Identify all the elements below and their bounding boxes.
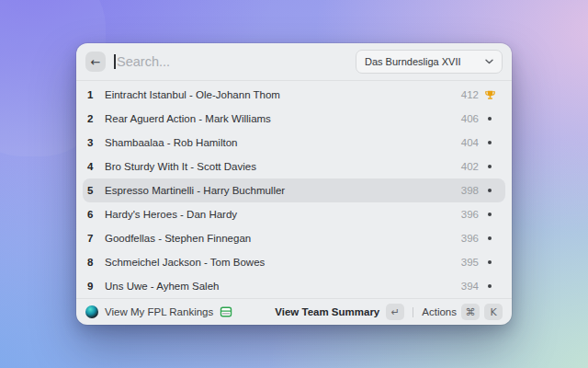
marker-cell	[479, 165, 501, 168]
dot-icon	[488, 284, 492, 288]
footer-divider	[413, 307, 413, 317]
points-value: 396	[446, 233, 479, 244]
footer-bar: View My FPL Rankings View Team Summary ↵…	[76, 298, 512, 325]
rank-number: 3	[87, 137, 97, 148]
team-name: Shambaalaa - Rob Hamilton	[105, 137, 446, 148]
k-key-badge: K	[484, 304, 503, 320]
view-team-summary-button[interactable]: View Team Summary ↵	[275, 304, 404, 320]
points-value: 394	[446, 281, 479, 292]
search-bar: ← Das Burndesliga XVII	[76, 43, 512, 80]
marker-cell	[479, 213, 501, 216]
rank-number: 9	[87, 281, 97, 292]
actions-label: Actions	[422, 306, 457, 317]
trophy-icon	[484, 89, 496, 101]
points-value: 396	[446, 209, 479, 220]
team-name: Rear Aguerd Action - Mark Williams	[105, 113, 446, 124]
marker-cell	[479, 117, 501, 121]
ranking-row[interactable]: 9 Uns Uwe - Ayhem Saleh 394	[83, 274, 505, 298]
rank-number: 8	[87, 257, 97, 268]
ranking-row[interactable]: 2 Rear Aguerd Action - Mark Williams 406	[83, 107, 505, 131]
team-name: Espresso Martinelli - Harry Buchmuller	[105, 185, 446, 196]
marker-cell	[479, 189, 501, 192]
command-source-label: View My FPL Rankings	[105, 306, 213, 317]
league-dropdown-value: Das Burndesliga XVII	[365, 56, 461, 67]
points-value: 412	[446, 89, 479, 100]
team-name: Hardy's Heroes - Dan Hardy	[105, 209, 446, 220]
ranking-row[interactable]: 3 Shambaalaa - Rob Hamilton 404	[83, 131, 505, 155]
team-name: Goodfellas - Stephen Finnegan	[105, 233, 446, 244]
ranking-row[interactable]: 7 Goodfellas - Stephen Finnegan 396	[83, 226, 505, 250]
ranking-row[interactable]: 8 Schmeichel Jackson - Tom Bowes 395	[83, 250, 505, 274]
enter-key-badge: ↵	[386, 304, 404, 320]
actions-button[interactable]: Actions ⌘ K	[422, 304, 503, 320]
search-input[interactable]	[114, 54, 347, 69]
chevron-down-icon	[485, 59, 493, 64]
search-field-wrap	[114, 43, 347, 80]
marker-cell	[479, 236, 501, 240]
marker-cell	[479, 141, 501, 144]
ranking-row[interactable]: 6 Hardy's Heroes - Dan Hardy 396	[83, 202, 505, 226]
cmd-key-badge: ⌘	[461, 304, 480, 320]
team-name: Eintracht Istanbul - Ole-Johann Thom	[105, 89, 446, 100]
team-name: Schmeichel Jackson - Tom Bowes	[105, 257, 446, 268]
league-dropdown[interactable]: Das Burndesliga XVII	[356, 50, 503, 74]
dot-icon	[488, 117, 492, 121]
dot-icon	[488, 213, 492, 216]
rank-number: 4	[87, 161, 97, 172]
command-palette-window: ← Das Burndesliga XVII 1 Eintracht Istan…	[76, 43, 512, 325]
dot-icon	[488, 260, 492, 264]
dot-icon	[488, 141, 492, 144]
ranking-row[interactable]: 4 Bro Sturdy With It - Scott Davies 402	[83, 155, 505, 178]
ranking-row[interactable]: 1 Eintracht Istanbul - Ole-Johann Thom 4…	[83, 83, 505, 107]
team-name: Bro Sturdy With It - Scott Davies	[105, 161, 446, 172]
dot-icon	[488, 189, 492, 192]
marker-cell	[479, 89, 501, 101]
rank-number: 7	[87, 233, 97, 244]
rank-number: 1	[87, 89, 97, 100]
rankings-list: 1 Eintracht Istanbul - Ole-Johann Thom 4…	[76, 81, 512, 298]
ranking-row[interactable]: 5 Espresso Martinelli - Harry Buchmuller…	[83, 178, 505, 202]
rank-number: 2	[87, 113, 97, 124]
points-value: 398	[446, 185, 479, 196]
points-value: 395	[446, 257, 479, 268]
team-name: Uns Uwe - Ayhem Saleh	[105, 281, 446, 292]
marker-cell	[479, 284, 501, 288]
dot-icon	[488, 236, 492, 240]
rank-number: 6	[87, 209, 97, 220]
points-value: 402	[446, 161, 479, 172]
marker-cell	[479, 260, 501, 264]
fpl-list-icon	[220, 305, 232, 318]
back-arrow-icon: ←	[91, 56, 101, 68]
dot-icon	[488, 165, 492, 168]
back-button[interactable]: ←	[85, 52, 106, 72]
text-caret	[114, 54, 116, 69]
extension-icon	[85, 305, 98, 318]
view-team-summary-label: View Team Summary	[275, 306, 379, 317]
points-value: 406	[446, 113, 479, 124]
points-value: 404	[446, 137, 479, 148]
rank-number: 5	[87, 185, 97, 196]
footer-actions: View Team Summary ↵ Actions ⌘ K	[275, 304, 503, 320]
